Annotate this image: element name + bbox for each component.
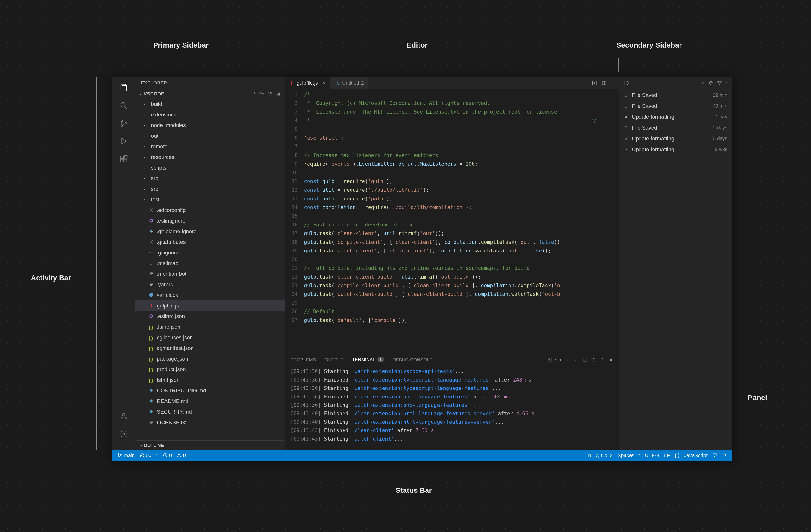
panel-tab-output[interactable]: OUTPUT xyxy=(325,357,343,362)
run-file-icon[interactable] xyxy=(592,80,597,85)
panel-tab-debug-console[interactable]: DEBUG CONSOLE xyxy=(393,357,432,362)
activity-explorer-icon[interactable] xyxy=(118,81,130,94)
file-row[interactable]: { }.lsifrc.json xyxy=(135,322,285,332)
kill-terminal-icon[interactable] xyxy=(592,357,597,362)
tab-more-icon[interactable]: ⋯ xyxy=(611,81,614,85)
file-row[interactable]: LICENSE.txt xyxy=(135,417,285,428)
folder-row[interactable]: ›scripts xyxy=(135,162,285,173)
new-terminal-icon[interactable]: ＋ xyxy=(565,357,570,363)
status-branch[interactable]: main xyxy=(115,452,137,458)
activity-settings-icon[interactable] xyxy=(118,428,130,440)
collapse-all-icon[interactable] xyxy=(275,91,281,96)
maximize-panel-icon[interactable]: ⌃ xyxy=(601,357,605,363)
file-icon xyxy=(149,313,154,319)
file-row[interactable]: .mention-bot xyxy=(135,269,285,279)
timeline-item[interactable]: Update formatting5 days xyxy=(619,133,732,144)
close-panel-icon[interactable]: ✕ xyxy=(609,357,613,363)
split-terminal-icon[interactable] xyxy=(583,357,587,362)
sidebar-more-icon[interactable]: ⋯ xyxy=(273,80,279,86)
file-row[interactable]: .git-blame-ignore xyxy=(135,226,285,237)
file-row[interactable]: .gitignore xyxy=(135,247,285,258)
annotation-panel: Panel xyxy=(748,394,767,402)
folder-row[interactable]: ›test xyxy=(135,194,285,205)
activity-source-control-icon[interactable] xyxy=(118,117,130,129)
activity-account-icon[interactable] xyxy=(118,410,130,422)
split-editor-icon[interactable] xyxy=(602,80,607,85)
file-row[interactable]: README.md xyxy=(135,396,285,407)
activity-extensions-icon[interactable] xyxy=(118,153,130,165)
file-row[interactable]: { }package.json xyxy=(135,354,285,364)
tab-file-icon: TS xyxy=(335,80,340,86)
new-file-icon[interactable] xyxy=(251,91,257,96)
file-row[interactable]: { }tsfmt.json xyxy=(135,375,285,385)
panel-tab-problems[interactable]: PROBLEMS xyxy=(290,357,316,362)
editor-tab[interactable]: TSUntitled-2 xyxy=(331,77,368,89)
status-warnings[interactable]: 0 xyxy=(174,452,188,458)
folder-name: scripts xyxy=(151,165,166,171)
status-language[interactable]: { } JavaScript xyxy=(672,452,710,458)
save-icon xyxy=(624,93,629,97)
file-row[interactable]: CONTRIBUTING.md xyxy=(135,385,285,396)
folder-row[interactable]: ›out xyxy=(135,131,285,141)
folder-row[interactable]: ›resources xyxy=(135,152,285,162)
file-row[interactable]: gulpfile.js xyxy=(135,300,285,311)
status-eol[interactable]: LF xyxy=(662,452,673,458)
file-row[interactable]: { }cgmanifest.json xyxy=(135,343,285,354)
svg-point-63 xyxy=(118,453,119,454)
folder-row[interactable]: ›build xyxy=(135,99,285,109)
file-row[interactable]: .gitattributes xyxy=(135,237,285,247)
folder-row[interactable]: ›extensions xyxy=(135,109,285,120)
file-row[interactable]: SECURITY.md xyxy=(135,407,285,417)
timeline-item[interactable]: Update formatting2 wks xyxy=(619,144,732,155)
tab-file-icon xyxy=(289,80,294,85)
file-row[interactable]: { }product.json xyxy=(135,364,285,375)
file-row[interactable]: .eslintignore xyxy=(135,216,285,226)
panel-tab-terminal[interactable]: TERMINAL 1 xyxy=(352,357,384,363)
status-cursor[interactable]: Ln 17, Col 3 xyxy=(583,452,615,458)
terminal-shell-indicator[interactable]: zsh xyxy=(548,357,561,362)
folder-name: test xyxy=(151,197,159,203)
timeline-item[interactable]: File Saved2 days xyxy=(619,122,732,133)
timeline-item[interactable]: File Saved40 min xyxy=(619,100,732,111)
outline-section-header[interactable]: › OUTLINE xyxy=(135,440,285,450)
pin-icon[interactable] xyxy=(701,80,705,85)
timeline-item[interactable]: File Saved22 min xyxy=(619,90,732,100)
tab-close-icon[interactable]: ✕ xyxy=(322,80,326,86)
chevron-down-icon: ⌄ xyxy=(138,91,144,97)
status-errors[interactable]: 0 xyxy=(160,452,174,458)
close-secondary-icon[interactable]: ✕ xyxy=(725,80,728,85)
activity-search-icon[interactable] xyxy=(118,99,130,111)
new-folder-icon[interactable] xyxy=(259,91,265,96)
refresh-icon[interactable] xyxy=(267,91,273,96)
editor-tab[interactable]: gulpfile.js✕ xyxy=(285,77,331,89)
filter-icon[interactable] xyxy=(717,80,722,85)
folder-row[interactable]: ›remote xyxy=(135,141,285,152)
file-row[interactable]: .eslinrc.json xyxy=(135,311,285,322)
file-icon xyxy=(149,292,154,298)
code-editor[interactable]: 1234567891011121314151617181920212223242… xyxy=(285,89,619,354)
annotation-activity-bar: Activity Bar xyxy=(31,274,71,282)
timeline-refresh-icon[interactable] xyxy=(709,80,714,85)
file-row[interactable]: .yarnrc xyxy=(135,279,285,290)
activity-run-debug-icon[interactable] xyxy=(118,135,130,147)
file-row[interactable]: .mailmap xyxy=(135,258,285,269)
terminal-output[interactable]: [09:43:36] Starting 'watch-extension:vsc… xyxy=(285,366,619,450)
file-row[interactable]: yarn.lock xyxy=(135,290,285,300)
folder-row[interactable]: ›src xyxy=(135,184,285,194)
sidebar-section-header[interactable]: ⌄ VSCODE xyxy=(135,89,285,99)
chevron-right-icon: › xyxy=(143,165,149,171)
terminal-dropdown-icon[interactable]: ⌄ xyxy=(575,357,578,363)
file-row[interactable]: .editorconfig xyxy=(135,205,285,216)
folder-row[interactable]: ›node_modules xyxy=(135,120,285,131)
file-name: yarn.lock xyxy=(157,292,178,298)
timeline-item[interactable]: Update formatting1 day xyxy=(619,111,732,122)
folder-name: out xyxy=(151,133,158,139)
status-spaces[interactable]: Spaces: 2 xyxy=(615,452,642,458)
status-bell-icon[interactable] xyxy=(720,452,729,458)
status-encoding[interactable]: UTF-8 xyxy=(642,452,662,458)
folder-row[interactable]: ›src xyxy=(135,173,285,184)
status-feedback-icon[interactable] xyxy=(710,452,720,458)
file-row[interactable]: { }cglicenses.json xyxy=(135,332,285,343)
chevron-right-icon: › xyxy=(143,101,149,107)
status-sync[interactable]: 0↓ 1↑ xyxy=(137,452,160,458)
